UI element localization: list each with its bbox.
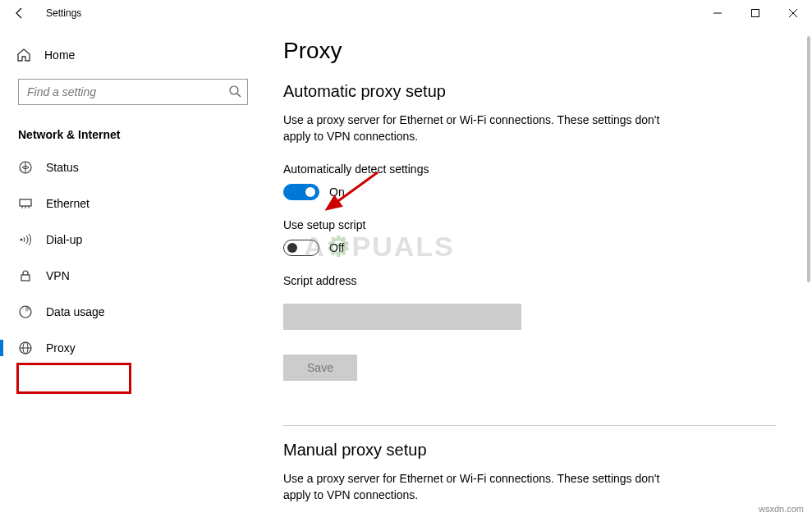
footer-watermark: wsxdn.com xyxy=(759,504,804,514)
back-button[interactable] xyxy=(0,0,39,26)
sidebar-item-proxy[interactable]: Proxy xyxy=(0,330,263,366)
sidebar-item-label: VPN xyxy=(46,269,70,282)
sidebar-item-label: Data usage xyxy=(46,305,105,318)
svg-rect-8 xyxy=(20,199,31,206)
minimize-icon xyxy=(713,9,722,17)
search-box[interactable] xyxy=(18,79,248,105)
sidebar-item-label: Status xyxy=(46,161,79,174)
auto-detect-toggle[interactable] xyxy=(283,184,319,200)
close-icon xyxy=(789,9,797,17)
sidebar-item-vpn[interactable]: VPN xyxy=(0,258,263,294)
svg-point-12 xyxy=(21,239,23,241)
ethernet-icon xyxy=(18,196,33,211)
automatic-proxy-description: Use a proxy server for Ethernet or Wi-Fi… xyxy=(283,112,661,144)
setup-script-toggle[interactable] xyxy=(283,240,319,256)
sidebar-home-label: Home xyxy=(44,48,75,62)
script-address-label: Script address xyxy=(283,274,786,287)
svg-rect-13 xyxy=(21,275,30,281)
maximize-icon xyxy=(751,9,759,17)
manual-proxy-description: Use a proxy server for Ethernet or Wi-Fi… xyxy=(283,471,661,503)
auto-detect-state: On xyxy=(329,185,345,199)
save-button[interactable]: Save xyxy=(283,355,357,381)
scrollbar-thumb[interactable] xyxy=(807,36,810,282)
close-button[interactable] xyxy=(774,0,812,26)
toggle-knob xyxy=(287,243,297,253)
search-icon xyxy=(228,85,241,98)
sidebar-item-label: Proxy xyxy=(46,341,76,355)
datausage-icon xyxy=(18,304,33,319)
script-address-input[interactable] xyxy=(283,304,521,330)
scrollbar[interactable] xyxy=(802,26,812,517)
sidebar-home[interactable]: Home xyxy=(0,39,263,71)
sidebar: Home Network & Internet Status Ethernet xyxy=(0,26,263,517)
setup-script-label: Use setup script xyxy=(283,218,786,231)
divider xyxy=(283,425,776,426)
dialup-icon xyxy=(18,232,33,247)
manual-proxy-heading: Manual proxy setup xyxy=(283,441,786,460)
toggle-knob xyxy=(305,187,315,197)
maximize-button[interactable] xyxy=(736,0,774,26)
automatic-proxy-heading: Automatic proxy setup xyxy=(283,82,786,101)
window-title: Settings xyxy=(39,7,81,19)
arrow-left-icon xyxy=(13,7,26,20)
sidebar-item-label: Ethernet xyxy=(46,197,89,210)
svg-line-5 xyxy=(237,94,241,97)
window-controls xyxy=(699,0,812,26)
page-title: Proxy xyxy=(283,38,786,64)
proxy-icon xyxy=(18,341,33,355)
sidebar-item-datausage[interactable]: Data usage xyxy=(0,294,263,330)
vpn-icon xyxy=(18,268,33,283)
svg-rect-1 xyxy=(752,10,759,17)
auto-detect-label: Automatically detect settings xyxy=(283,162,786,176)
sidebar-item-label: Dial-up xyxy=(46,233,82,246)
sidebar-item-ethernet[interactable]: Ethernet xyxy=(0,185,263,222)
sidebar-item-dialup[interactable]: Dial-up xyxy=(0,222,263,258)
home-icon xyxy=(16,48,31,62)
search-input[interactable] xyxy=(18,79,248,105)
sidebar-item-status[interactable]: Status xyxy=(0,149,263,185)
svg-point-4 xyxy=(230,86,238,94)
minimize-button[interactable] xyxy=(699,0,736,26)
content-area: Proxy Automatic proxy setup Use a proxy … xyxy=(263,26,802,517)
sidebar-category-header: Network & Internet xyxy=(0,117,263,149)
titlebar: Settings xyxy=(0,0,812,26)
status-icon xyxy=(18,160,33,175)
setup-script-state: Off xyxy=(329,241,344,254)
